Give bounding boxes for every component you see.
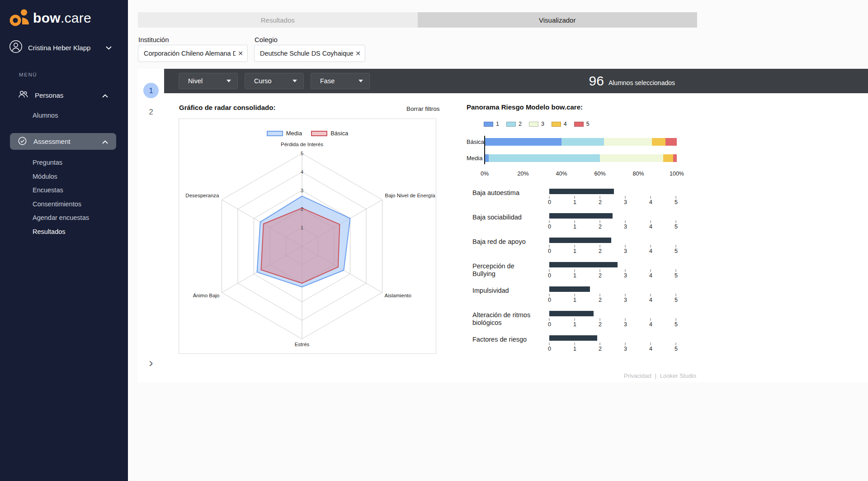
metric-bar-chart: 012345 [549, 286, 684, 304]
axis-tick: 1 [573, 294, 576, 303]
radar-legend: MediaBásica [179, 130, 436, 137]
metric-bar-chart: 012345 [549, 262, 684, 279]
chevron-down-icon [106, 43, 112, 52]
axis-tick: 0 [548, 318, 551, 328]
tick-mark [676, 245, 676, 248]
tick-label: 0 [548, 248, 551, 254]
axis-tick: 2 [599, 269, 602, 279]
axis-tick: 2 [599, 318, 602, 328]
metric-axis: 012345 [549, 269, 684, 279]
sidebar-item-agendar-encuestas[interactable]: Agendar encuestas [33, 213, 89, 223]
looker-studio-link[interactable]: Looker Studio [660, 372, 696, 379]
legend-label: 1 [496, 121, 499, 127]
page-button-1[interactable]: 1 [143, 83, 159, 98]
report-tabs: Resultados Visualizador [138, 12, 697, 28]
toolbar-filter-curso[interactable]: Curso [245, 73, 304, 89]
tick-label: 2 [599, 297, 602, 303]
radar-chart: 12345Pérdida de InterésBajo Nivel de Ene… [179, 119, 436, 353]
user-menu[interactable]: Cristina Heber Klapp [9, 40, 112, 55]
axis-tick-label: 40% [556, 171, 567, 177]
sidebar-item-alumnos[interactable]: Alumnos [33, 111, 58, 120]
axis-tick: 4 [649, 220, 652, 230]
legend-label: 5 [586, 121, 590, 127]
chevron-down-icon [226, 80, 231, 82]
tick-label: 5 [675, 199, 678, 205]
sidebar-item-personas[interactable]: Personas [10, 87, 116, 103]
looker-footer: Privacidad | Looker Studio [624, 372, 696, 379]
tick-mark [600, 318, 600, 321]
toolbar-filter-nivel[interactable]: Nivel [179, 73, 238, 89]
axis-tick: 3 [624, 196, 627, 205]
axis-tick: 3 [624, 318, 627, 328]
tick-mark [676, 269, 676, 272]
metric-bar [549, 189, 614, 194]
toolbar-filter-fase[interactable]: Fase [311, 73, 370, 89]
tick-mark [600, 220, 600, 223]
tick-mark [625, 294, 626, 296]
axis-tick: 2 [599, 343, 602, 352]
metric-bar-chart: 012345 [549, 311, 684, 328]
main-area: Resultados Visualizador Institución Cole… [128, 0, 868, 481]
next-page-chevron-icon[interactable]: › [149, 358, 153, 368]
tick-label: 1 [573, 224, 576, 230]
privacy-link[interactable]: Privacidad [624, 372, 651, 379]
tick-mark [600, 196, 600, 199]
tick-mark [676, 220, 676, 223]
tick-label: 3 [624, 346, 627, 352]
tick-mark [625, 196, 626, 199]
axis-tick: 1 [573, 343, 576, 352]
tick-label: 3 [624, 321, 627, 328]
axis-tick: 0 [548, 245, 551, 254]
tick-mark [676, 318, 676, 321]
close-icon[interactable]: ✕ [355, 50, 361, 57]
chevron-down-icon [359, 80, 363, 82]
sidebar-item-encuestas[interactable]: Encuestas [33, 186, 89, 195]
tick-mark [651, 343, 651, 345]
tab-visualizador[interactable]: Visualizador [418, 12, 698, 28]
tick-mark [600, 269, 600, 272]
metric-baja-red-de-apoyo: Baja red de apoyo012345 [472, 238, 684, 255]
tick-mark [625, 343, 626, 345]
brand-logo: bow.care [9, 8, 91, 28]
colegio-label: Colegio [255, 36, 278, 43]
tick-mark [575, 343, 575, 345]
sidebar-item-modulos[interactable]: Módulos [33, 172, 89, 181]
legend-swatch [484, 122, 493, 127]
stacked-segment-4 [652, 138, 665, 146]
axis-tick: 0 [548, 196, 551, 205]
tick-mark [575, 318, 575, 321]
svg-text:Bajo Nivel de Energía: Bajo Nivel de Energía [385, 193, 436, 198]
svg-text:2: 2 [301, 206, 303, 212]
report-canvas: Gráfico de radar consolidado: Borrar fil… [164, 93, 868, 382]
stacked-segment-5 [673, 154, 677, 162]
page-button-2[interactable]: 2 [143, 104, 159, 119]
sidebar-item-assessment[interactable]: Assessment [10, 133, 116, 150]
tab-resultados[interactable]: Resultados [138, 12, 418, 28]
tick-label: 4 [649, 199, 652, 205]
tick-label: 0 [548, 297, 551, 303]
metric-bar [549, 238, 611, 243]
axis-tick: 5 [675, 196, 678, 205]
risk-legend-5: 5 [574, 121, 590, 127]
tick-label: 4 [649, 321, 652, 328]
tick-mark [676, 196, 676, 199]
close-icon[interactable]: ✕ [238, 50, 243, 57]
institucion-filter[interactable]: Corporación Chileno Alemana DS ✕ [138, 45, 248, 62]
metric-bar-chart: 012345 [549, 189, 684, 206]
colegio-filter[interactable]: Deutsche Schule DS Coyhaique ✕ [254, 45, 365, 62]
tick-label: 1 [573, 297, 576, 303]
tick-label: 3 [624, 248, 627, 254]
tick-label: 2 [599, 272, 602, 279]
axis-tick: 5 [675, 245, 678, 254]
people-icon [18, 90, 28, 100]
tick-mark [651, 220, 651, 223]
sidebar-item-resultados[interactable]: Resultados [33, 227, 89, 237]
metric-label: Alteración de ritmos biológicos [472, 311, 535, 328]
axis-tick: 5 [675, 343, 678, 352]
radar-legend-basica: Básica [311, 130, 348, 137]
sidebar-item-consentimientos[interactable]: Consentimientos [33, 200, 89, 209]
sidebar-item-preguntas[interactable]: Preguntas [33, 158, 89, 167]
sidebar-item-label: Personas [35, 91, 95, 99]
tick-label: 2 [599, 224, 602, 230]
clear-filters-button[interactable]: Borrar filtros [406, 105, 440, 112]
